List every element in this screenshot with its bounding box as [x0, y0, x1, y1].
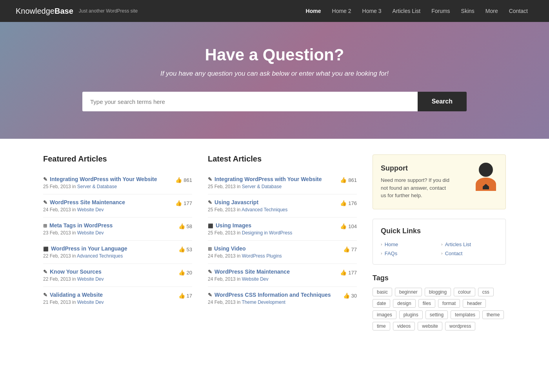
quick-link-faqs[interactable]: › FAQs [381, 250, 437, 256]
article-link[interactable]: Know Your Sources [50, 269, 102, 275]
table-icon [208, 245, 212, 252]
edit-icon [43, 176, 47, 182]
nav-item-home2[interactable]: Home 2 [327, 0, 357, 22]
image-icon [43, 245, 49, 252]
article-info: Integrating WordPress with Your Website … [43, 176, 169, 189]
article-meta: 24 Feb, 2013 in Theme Development [208, 299, 337, 305]
article-meta: 22 Feb, 2013 in Advanced Techniques [43, 253, 172, 259]
hero-title: Have a Question? [16, 45, 533, 64]
tag-blogging[interactable]: blogging [425, 288, 451, 296]
tag-date[interactable]: date [373, 299, 390, 308]
article-likes: 👍 77 [337, 245, 357, 252]
article-link[interactable]: Using Video [214, 245, 246, 252]
tag-videos[interactable]: videos [393, 322, 415, 330]
nav-item-skins[interactable]: Skins [456, 0, 480, 22]
brand-part1: Knowledge [16, 7, 55, 15]
article-info: WordPress CSS Information and Techniques… [208, 292, 337, 305]
nav-item-home3[interactable]: Home 3 [357, 0, 387, 22]
tag-website[interactable]: website [418, 322, 442, 330]
article-link[interactable]: Validating a Website [50, 292, 103, 298]
article-title: WordPress CSS Information and Techniques [208, 292, 337, 298]
quick-links-title: Quick Links [381, 227, 498, 235]
article-link[interactable]: Integrating WordPress with Your Website [50, 176, 157, 182]
article-link[interactable]: Using Javascript [215, 199, 258, 205]
article-info: Using Javascript 25 Feb, 2013 in Advance… [208, 199, 334, 212]
article-info: Know Your Sources 22 Feb, 2013 in Websit… [43, 269, 172, 282]
article-link[interactable]: WordPress in Your Language [51, 245, 127, 252]
image-icon [208, 222, 213, 229]
thumb-icon: 👍 [175, 200, 182, 206]
search-input[interactable] [82, 92, 418, 111]
article-likes: 👍 58 [172, 222, 192, 229]
tag-basic[interactable]: basic [373, 288, 392, 296]
tag-images[interactable]: images [373, 310, 396, 319]
article-title: Integrating WordPress with Your Website [43, 176, 169, 182]
nav-item-articles-list[interactable]: Articles List [387, 0, 426, 22]
table-row: Using Images 25 Feb, 2013 in Designing i… [208, 218, 357, 241]
brand-part2: Base [55, 7, 73, 15]
article-meta: 24 Feb, 2013 in Website Dev [43, 207, 169, 212]
article-link[interactable]: WordPress CSS Information and Techniques [215, 292, 331, 298]
article-link[interactable]: WordPress Site Maintenance [215, 269, 290, 275]
tag-files[interactable]: files [418, 299, 435, 308]
right-sidebar: Support Need more support? If you did no… [373, 154, 506, 330]
site-brand[interactable]: KnowledgeBase [16, 7, 73, 16]
table-row: Meta Tags in WordPress 23 Feb, 2013 in W… [43, 218, 192, 241]
edit-icon [208, 199, 212, 205]
article-meta: 22 Feb, 2013 in Website Dev [43, 276, 172, 282]
tag-wordpress[interactable]: wordpress [445, 322, 475, 330]
chevron-right-icon: › [441, 251, 443, 256]
article-meta: 25 Feb, 2013 in Server & Database [43, 184, 169, 189]
avatar-house-icon [483, 184, 489, 189]
article-likes: 👍 861 [169, 176, 192, 183]
article-info: Meta Tags in WordPress 23 Feb, 2013 in W… [43, 222, 172, 236]
quick-links-grid: › Home › Articles List › FAQs › Contact [381, 241, 498, 256]
hero-section: Have a Question? If you have any questio… [0, 22, 549, 139]
support-avatar [474, 163, 498, 190]
article-info: Using Images 25 Feb, 2013 in Designing i… [208, 222, 334, 236]
nav-item-more[interactable]: More [480, 0, 504, 22]
tag-plugins[interactable]: plugins [399, 310, 423, 319]
featured-articles-title: Featured Articles [43, 154, 192, 163]
article-likes: 👍 176 [334, 199, 357, 206]
tag-setting[interactable]: setting [425, 310, 448, 319]
tag-format[interactable]: format [438, 299, 460, 308]
main-content: Featured Articles Integrating WordPress … [20, 139, 529, 346]
article-info: WordPress Site Maintenance 24 Feb, 2013 … [208, 269, 334, 282]
chevron-right-icon: › [381, 251, 382, 256]
article-meta: 24 Feb, 2013 in Website Dev [208, 276, 334, 282]
search-bar: Search [82, 92, 467, 111]
nav-item-forums[interactable]: Forums [426, 0, 455, 22]
article-link[interactable]: WordPress Site Maintenance [50, 199, 125, 205]
article-likes: 👍 17 [172, 292, 192, 299]
article-info: WordPress in Your Language 22 Feb, 2013 … [43, 245, 172, 259]
article-title: Using Javascript [208, 199, 334, 205]
quick-link-home[interactable]: › Home [381, 241, 437, 247]
tag-templates[interactable]: templates [451, 310, 480, 319]
article-link[interactable]: Using Images [216, 222, 251, 229]
quick-link-contact[interactable]: › Contact [441, 250, 498, 256]
tag-theme[interactable]: theme [482, 310, 504, 319]
edit-icon [43, 269, 47, 275]
article-meta: 25 Feb, 2013 in Designing in WordPress [208, 230, 334, 236]
thumb-icon: 👍 [175, 177, 182, 183]
tag-time[interactable]: time [373, 322, 390, 330]
navbar: KnowledgeBase Just another WordPress sit… [0, 0, 549, 22]
article-info: Integrating WordPress with Your Website … [208, 176, 334, 189]
site-tagline: Just another WordPress site [79, 8, 138, 14]
thumb-icon: 👍 [178, 246, 185, 252]
edit-icon [43, 199, 47, 205]
tag-design[interactable]: design [393, 299, 415, 308]
tag-colour[interactable]: colour [454, 288, 475, 296]
tag-beginner[interactable]: beginner [395, 288, 422, 296]
edit-icon [208, 292, 212, 298]
article-meta: 21 Feb, 2013 in Website Dev [43, 299, 172, 305]
search-button[interactable]: Search [418, 92, 467, 111]
tag-css[interactable]: css [478, 288, 494, 296]
nav-item-home[interactable]: Home [300, 0, 327, 22]
tag-header[interactable]: header [463, 299, 486, 308]
article-link[interactable]: Integrating WordPress with Your Website [215, 176, 322, 182]
quick-link-articles-list[interactable]: › Articles List [441, 241, 498, 247]
nav-item-contact[interactable]: Contact [504, 0, 533, 22]
article-link[interactable]: Meta Tags in WordPress [49, 222, 113, 229]
